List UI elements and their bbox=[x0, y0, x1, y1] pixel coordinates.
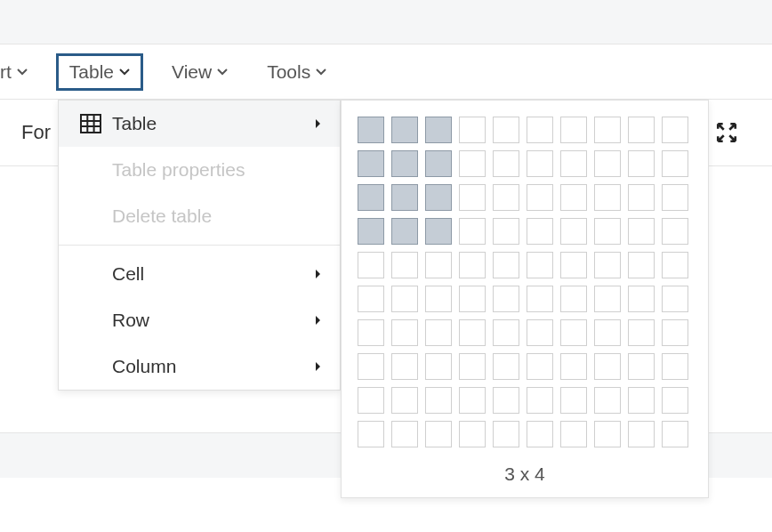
grid-cell[interactable] bbox=[358, 150, 384, 177]
grid-cell[interactable] bbox=[662, 353, 688, 380]
grid-cell[interactable] bbox=[662, 117, 688, 143]
grid-cell[interactable] bbox=[594, 218, 621, 245]
grid-cell[interactable] bbox=[358, 353, 384, 380]
grid-cell[interactable] bbox=[391, 218, 418, 245]
menubar-item-tools[interactable]: Tools bbox=[256, 56, 337, 88]
grid-cell[interactable] bbox=[391, 252, 418, 278]
grid-cell[interactable] bbox=[391, 319, 418, 346]
grid-cell[interactable] bbox=[358, 387, 384, 414]
grid-cell[interactable] bbox=[594, 421, 621, 447]
grid-cell[interactable] bbox=[459, 218, 486, 245]
grid-cell[interactable] bbox=[493, 353, 519, 380]
grid-cell[interactable] bbox=[662, 252, 688, 278]
grid-cell[interactable] bbox=[459, 252, 486, 278]
grid-cell[interactable] bbox=[594, 184, 621, 211]
grid-cell[interactable] bbox=[662, 218, 688, 245]
grid-cell[interactable] bbox=[493, 117, 519, 143]
dropdown-item-cell[interactable]: Cell bbox=[59, 251, 340, 297]
grid-cell[interactable] bbox=[391, 421, 418, 447]
grid-cell[interactable] bbox=[493, 387, 519, 414]
grid-cell[interactable] bbox=[493, 150, 519, 177]
grid-cell[interactable] bbox=[425, 218, 452, 245]
grid-cell[interactable] bbox=[527, 218, 553, 245]
grid-cell[interactable] bbox=[391, 353, 418, 380]
grid-cell[interactable] bbox=[358, 184, 384, 211]
grid-cell[interactable] bbox=[560, 421, 587, 447]
grid-cell[interactable] bbox=[560, 286, 587, 312]
grid-cell[interactable] bbox=[493, 218, 519, 245]
dropdown-item-column[interactable]: Column bbox=[59, 343, 340, 390]
grid-cell[interactable] bbox=[560, 319, 587, 346]
grid-cell[interactable] bbox=[628, 319, 655, 346]
grid-cell[interactable] bbox=[527, 286, 553, 312]
grid-cell[interactable] bbox=[527, 421, 553, 447]
grid-cell[interactable] bbox=[493, 252, 519, 278]
grid-cell[interactable] bbox=[560, 387, 587, 414]
grid-cell[interactable] bbox=[527, 319, 553, 346]
grid-cell[interactable] bbox=[459, 117, 486, 143]
grid-cell[interactable] bbox=[459, 387, 486, 414]
grid-cell[interactable] bbox=[358, 218, 384, 245]
grid-cell[interactable] bbox=[358, 252, 384, 278]
table-grid-picker[interactable] bbox=[358, 117, 692, 451]
grid-cell[interactable] bbox=[628, 184, 655, 211]
grid-cell[interactable] bbox=[628, 353, 655, 380]
grid-cell[interactable] bbox=[493, 319, 519, 346]
grid-cell[interactable] bbox=[594, 286, 621, 312]
menubar-item-view[interactable]: View bbox=[161, 56, 238, 88]
grid-cell[interactable] bbox=[560, 353, 587, 380]
grid-cell[interactable] bbox=[594, 319, 621, 346]
grid-cell[interactable] bbox=[459, 150, 486, 177]
grid-cell[interactable] bbox=[425, 252, 452, 278]
grid-cell[interactable] bbox=[628, 218, 655, 245]
grid-cell[interactable] bbox=[662, 387, 688, 414]
grid-cell[interactable] bbox=[459, 319, 486, 346]
fullscreen-icon[interactable] bbox=[715, 121, 738, 144]
grid-cell[interactable] bbox=[358, 117, 384, 143]
grid-cell[interactable] bbox=[527, 387, 553, 414]
grid-cell[interactable] bbox=[628, 117, 655, 143]
menubar-item-partial[interactable]: rt bbox=[0, 56, 38, 88]
grid-cell[interactable] bbox=[628, 252, 655, 278]
grid-cell[interactable] bbox=[425, 150, 452, 177]
grid-cell[interactable] bbox=[391, 150, 418, 177]
grid-cell[interactable] bbox=[560, 117, 587, 143]
grid-cell[interactable] bbox=[594, 150, 621, 177]
grid-cell[interactable] bbox=[662, 421, 688, 447]
grid-cell[interactable] bbox=[358, 319, 384, 346]
dropdown-item-row[interactable]: Row bbox=[59, 297, 340, 343]
menubar-item-table[interactable]: Table bbox=[56, 53, 143, 91]
grid-cell[interactable] bbox=[662, 184, 688, 211]
grid-cell[interactable] bbox=[527, 117, 553, 143]
grid-cell[interactable] bbox=[425, 387, 452, 414]
grid-cell[interactable] bbox=[560, 150, 587, 177]
grid-cell[interactable] bbox=[391, 117, 418, 143]
grid-cell[interactable] bbox=[594, 353, 621, 380]
grid-cell[interactable] bbox=[493, 184, 519, 211]
grid-cell[interactable] bbox=[425, 353, 452, 380]
grid-cell[interactable] bbox=[425, 421, 452, 447]
grid-cell[interactable] bbox=[391, 184, 418, 211]
grid-cell[interactable] bbox=[459, 184, 486, 211]
grid-cell[interactable] bbox=[527, 184, 553, 211]
grid-cell[interactable] bbox=[391, 387, 418, 414]
grid-cell[interactable] bbox=[527, 150, 553, 177]
grid-cell[interactable] bbox=[493, 286, 519, 312]
dropdown-item-table[interactable]: Table bbox=[59, 101, 340, 147]
grid-cell[interactable] bbox=[662, 319, 688, 346]
grid-cell[interactable] bbox=[628, 150, 655, 177]
grid-cell[interactable] bbox=[391, 286, 418, 312]
grid-cell[interactable] bbox=[425, 184, 452, 211]
grid-cell[interactable] bbox=[560, 184, 587, 211]
grid-cell[interactable] bbox=[527, 252, 553, 278]
grid-cell[interactable] bbox=[425, 319, 452, 346]
grid-cell[interactable] bbox=[459, 353, 486, 380]
grid-cell[interactable] bbox=[527, 353, 553, 380]
grid-cell[interactable] bbox=[628, 286, 655, 312]
grid-cell[interactable] bbox=[560, 218, 587, 245]
grid-cell[interactable] bbox=[425, 117, 452, 143]
grid-cell[interactable] bbox=[594, 252, 621, 278]
grid-cell[interactable] bbox=[560, 252, 587, 278]
grid-cell[interactable] bbox=[662, 150, 688, 177]
grid-cell[interactable] bbox=[594, 117, 621, 143]
